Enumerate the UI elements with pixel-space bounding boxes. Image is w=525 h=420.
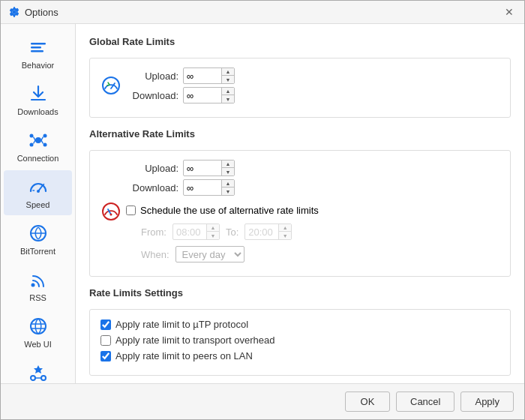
svg-line-12 [41,140,44,144]
check2-label[interactable]: Apply rate limit to transport overhead [116,334,274,346]
global-download-down[interactable]: ▼ [222,95,234,103]
alt-download-up[interactable]: ▲ [222,180,234,188]
when-select[interactable]: Every day Weekdays Weekends [176,246,244,262]
apply-button[interactable]: Apply [460,392,514,412]
sidebar-item-webui[interactable]: Web UI [4,310,72,355]
alt-rate-title: Alternative Rate Limits [89,128,511,142]
sidebar: Behavior Downloads [1,24,76,383]
to-down[interactable]: ▼ [279,232,291,239]
sidebar-label-rss: RSS [29,293,46,302]
alt-download-spinners: ▲ ▼ [221,180,234,195]
alt-download-row: Download: ▲ ▼ [126,179,319,196]
svg-line-10 [41,137,44,141]
alt-download-label: Download: [126,182,178,194]
to-field[interactable] [245,226,278,238]
alt-upload-up[interactable]: ▲ [222,160,234,168]
check3-checkbox[interactable] [100,351,111,362]
schedule-label[interactable]: Schedule the use of alternative rate lim… [140,205,319,216]
sidebar-label-speed: Speed [26,200,50,209]
title-bar: Options ✕ [1,1,524,24]
svg-rect-1 [31,43,46,45]
sidebar-item-advanced[interactable]: Advanced [4,356,72,383]
when-label: When: [141,249,170,260]
global-upload-input[interactable]: ▲ ▼ [183,68,235,84]
rate-settings-section: Apply rate limit to µTP protocol Apply r… [89,309,511,376]
svg-point-7 [29,143,33,147]
to-input[interactable]: ▲ ▼ [244,224,292,240]
to-spinners: ▲ ▼ [278,224,291,239]
svg-point-4 [35,137,41,143]
alt-download-field[interactable] [184,182,221,194]
when-row: When: Every day Weekdays Weekends [126,246,319,262]
sidebar-item-downloads[interactable]: Downloads [4,77,72,122]
sidebar-label-connection: Connection [17,154,59,163]
global-rate-section: Upload: ▲ ▼ Download: [89,58,511,118]
downloads-icon [28,83,49,104]
global-upload-label: Upload: [126,70,178,82]
dialog-title: Options [25,7,58,18]
global-rate-icon [100,75,122,96]
alt-rate-row: Upload: ▲ ▼ Download: [100,160,500,262]
global-upload-down[interactable]: ▼ [222,76,234,83]
to-up[interactable]: ▲ [279,224,291,232]
global-rate-row: Upload: ▲ ▼ Download: [100,68,500,104]
alt-upload-spinners: ▲ ▼ [221,160,234,176]
alt-rate-section: Upload: ▲ ▼ Download: [89,150,511,277]
from-down[interactable]: ▼ [207,232,219,239]
alt-upload-label: Upload: [126,163,178,174]
from-field[interactable] [173,226,206,238]
dialog-body: Behavior Downloads [1,24,524,383]
cancel-button[interactable]: Cancel [396,392,454,412]
global-download-up[interactable]: ▲ [222,88,234,95]
sidebar-item-bittorrent[interactable]: BitTorrent [4,217,72,262]
global-rate-fields: Upload: ▲ ▼ Download: [126,68,235,104]
svg-point-23 [31,376,35,380]
bottom-bar: OK Cancel Apply [1,383,524,419]
sidebar-item-rss[interactable]: RSS [4,263,72,308]
check1-checkbox[interactable] [100,320,111,330]
sidebar-label-webui: Web UI [24,340,51,349]
sidebar-item-speed[interactable]: Speed [4,170,72,215]
from-up[interactable]: ▲ [207,224,219,232]
global-upload-up[interactable]: ▲ [222,68,234,76]
ok-button[interactable]: OK [345,392,390,412]
check3-row: Apply rate limit to peers on LAN [100,350,500,362]
schedule-checkbox[interactable] [126,206,136,215]
sidebar-label-bittorrent: BitTorrent [20,247,56,256]
advanced-icon [28,362,49,383]
sidebar-item-connection[interactable]: Connection [4,124,72,169]
from-input[interactable]: ▲ ▼ [172,224,220,240]
check1-row: Apply rate limit to µTP protocol [100,319,500,330]
alt-upload-field[interactable] [184,163,221,174]
global-download-field[interactable] [184,90,221,101]
alt-upload-down[interactable]: ▼ [222,168,234,176]
sidebar-label-downloads: Downloads [17,107,58,116]
check1-label[interactable]: Apply rate limit to µTP protocol [116,319,248,330]
alt-download-input[interactable]: ▲ ▼ [183,179,235,196]
check3-label[interactable]: Apply rate limit to peers on LAN [116,350,253,362]
global-upload-field[interactable] [184,70,221,82]
svg-line-16 [43,184,44,186]
close-button[interactable]: ✕ [502,5,517,19]
options-dialog: Options ✕ Behavior Downloads [0,0,525,420]
global-download-input[interactable]: ▲ ▼ [183,87,235,104]
sidebar-item-behavior[interactable]: Behavior [4,31,72,76]
check2-row: Apply rate limit to transport overhead [100,334,500,346]
alt-upload-input[interactable]: ▲ ▼ [183,160,235,176]
svg-line-11 [33,140,35,144]
main-content: Global Rate Limits Upload: [76,24,524,383]
sidebar-label-behavior: Behavior [22,61,54,70]
behavior-icon [28,37,49,58]
alt-rate-fields: Upload: ▲ ▼ Download: [126,160,319,262]
global-download-spinners: ▲ ▼ [221,88,234,103]
svg-point-20 [31,319,46,334]
alt-download-down[interactable]: ▼ [222,188,234,195]
check2-checkbox[interactable] [100,335,111,346]
svg-line-9 [33,137,35,141]
rss-icon [28,269,49,290]
bittorrent-icon [28,223,49,244]
title-bar-left: Options [8,6,58,18]
schedule-row: Schedule the use of alternative rate lim… [126,205,319,216]
svg-rect-2 [31,46,41,49]
from-label: From: [141,226,166,238]
